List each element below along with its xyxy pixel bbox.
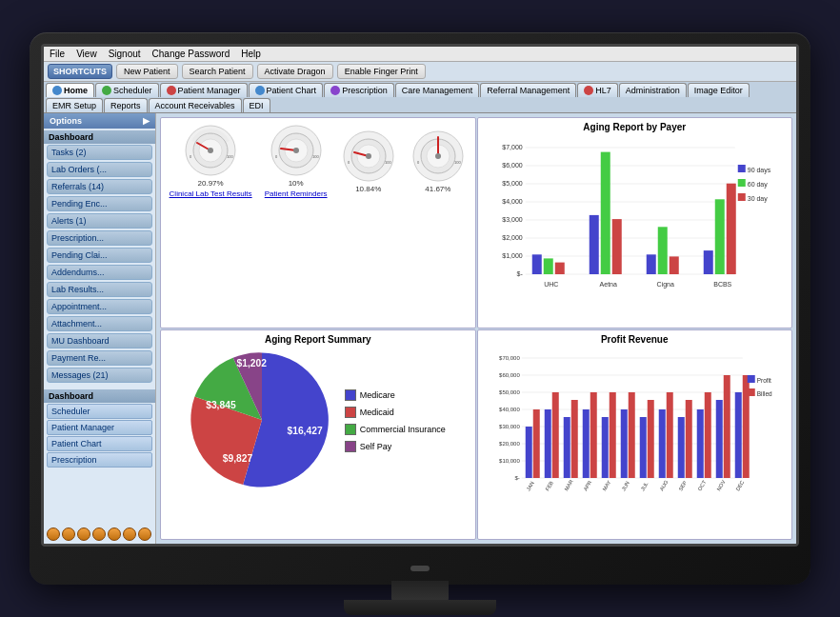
tab-care-management[interactable]: Care Management <box>395 83 480 97</box>
legend-color-commercial <box>345 424 356 435</box>
tab-emr-setup[interactable]: EMR Setup <box>46 98 103 112</box>
svg-text:$1,202: $1,202 <box>236 358 267 368</box>
svg-text:Aetna: Aetna <box>599 281 616 288</box>
tab-administration[interactable]: Administration <box>619 83 687 97</box>
svg-text:$6,000: $6,000 <box>502 162 523 169</box>
tab-edi[interactable]: EDI <box>243 98 270 112</box>
menu-signout[interactable]: Signout <box>109 49 141 59</box>
svg-text:$5,000: $5,000 <box>502 180 523 187</box>
sidebar-item-prescription[interactable]: Prescription... <box>47 230 152 246</box>
svg-rect-106 <box>715 400 722 478</box>
svg-rect-50 <box>646 254 655 274</box>
sidebar-footer-btn-2[interactable] <box>62 527 75 541</box>
gauge-1-label[interactable]: Clinical Lab Test Results <box>170 189 252 198</box>
sidebar-item-alerts[interactable]: Alerts (1) <box>47 213 152 229</box>
enable-finger-print-button[interactable]: Enable Finger Print <box>337 64 426 79</box>
sidebar-item-mu-dashboard[interactable]: MU Dashboard <box>47 333 152 348</box>
profit-revenue-panel: Profit Revenue $70,000 $60,000 $50,000 $… <box>477 329 793 541</box>
svg-rect-86 <box>525 427 531 478</box>
menu-change-password[interactable]: Change Password <box>152 49 230 59</box>
gauge-3-pct: 10.84% <box>355 185 381 193</box>
sidebar-item-tasks[interactable]: Tasks (2) <box>47 145 152 160</box>
tab-prescription[interactable]: Prescription <box>324 83 394 97</box>
sidebar-item-referrals[interactable]: Referrals (14) <box>47 179 152 194</box>
sidebar-footer-btn-5[interactable] <box>108 527 121 541</box>
sidebar-item-lab-orders[interactable]: Lab Orders (... <box>47 162 152 177</box>
sidebar-item-pending-claims[interactable]: Pending Clai... <box>47 248 152 263</box>
svg-text:$30,000: $30,000 <box>499 424 520 429</box>
svg-text:$1,000: $1,000 <box>502 252 523 259</box>
svg-text:MAR: MAR <box>563 478 573 491</box>
sidebar-item-addendums[interactable]: Addendums... <box>47 265 152 280</box>
menu-file[interactable]: File <box>50 49 65 59</box>
tab-patient-manager[interactable]: Patient Manager <box>160 83 248 97</box>
svg-rect-108 <box>734 392 741 478</box>
gauges-panel: 0 100 20.97% Clinical Lab Test Results <box>160 117 476 328</box>
tab-referral-management[interactable]: Referral Management <box>480 83 576 97</box>
sidebar-nav-patient-manager[interactable]: Patient Manager <box>47 420 152 435</box>
tab-scheduler[interactable]: Scheduler <box>95 83 159 97</box>
svg-text:BCBS: BCBS <box>713 281 731 288</box>
svg-text:$50,000: $50,000 <box>499 389 520 395</box>
tab-reports[interactable]: Reports <box>104 98 148 112</box>
svg-rect-49 <box>611 219 621 274</box>
svg-text:MAY: MAY <box>601 479 611 491</box>
svg-text:$7,000: $7,000 <box>502 144 523 150</box>
aging-by-payer-panel: Aging Report by Payer $7,000 $6,000 $5,0… <box>477 117 793 328</box>
svg-rect-87 <box>532 409 539 478</box>
new-patient-button[interactable]: New Patient <box>116 64 178 79</box>
svg-text:$20,000: $20,000 <box>499 441 520 447</box>
gauge-2-svg: 0 100 <box>268 122 325 179</box>
svg-rect-94 <box>601 417 608 478</box>
tab-hl7[interactable]: HL7 <box>577 83 618 97</box>
content-area: 0 100 20.97% Clinical Lab Test Results <box>156 113 796 544</box>
sidebar-item-lab-results[interactable]: Lab Results... <box>47 282 152 297</box>
activate-dragon-button[interactable]: Activate Dragon <box>257 64 333 79</box>
menu-help[interactable]: Help <box>241 49 261 59</box>
svg-rect-47 <box>589 215 598 274</box>
toolbar: SHORTCUTS New Patient Search Patient Act… <box>44 62 796 82</box>
sidebar-footer-btn-4[interactable] <box>92 527 106 541</box>
pie-legend: Medicare Medicaid Commercial Insurance <box>345 389 446 452</box>
sidebar-footer-btn-1[interactable] <box>47 527 60 541</box>
tab-account-receivables[interactable]: Account Receivables <box>149 98 242 112</box>
sidebar-item-pending-enc[interactable]: Pending Enc... <box>47 196 152 211</box>
sidebar-item-attachment[interactable]: Attachment... <box>47 316 152 331</box>
shortcuts-label: SHORTCUTS <box>48 64 112 79</box>
charts-grid: 0 100 20.97% Clinical Lab Test Results <box>156 113 796 544</box>
svg-rect-97 <box>628 392 634 478</box>
svg-text:$3,000: $3,000 <box>502 216 523 223</box>
gauge-2-label[interactable]: Patient Reminders <box>265 189 328 198</box>
svg-rect-46 <box>554 263 564 274</box>
sidebar-footer-btn-3[interactable] <box>77 527 90 541</box>
sidebar-nav-scheduler[interactable]: Scheduler <box>47 404 152 419</box>
svg-rect-55 <box>726 184 735 274</box>
main-content: Options ▶ Dashboard Tasks (2) Lab Orders… <box>44 113 796 544</box>
svg-text:FEB: FEB <box>544 479 554 491</box>
menu-view[interactable]: View <box>76 49 97 59</box>
svg-text:100: 100 <box>227 154 233 159</box>
sidebar-nav-prescription[interactable]: Prescription <box>47 452 152 468</box>
tab-home[interactable]: Home <box>46 83 94 97</box>
monitor: File View Signout Change Password Help S… <box>30 32 810 585</box>
svg-rect-105 <box>704 392 710 478</box>
sidebar-item-messages[interactable]: Messages (21) <box>47 368 152 383</box>
menubar: File View Signout Change Password Help <box>44 47 796 62</box>
tab-patient-chart[interactable]: Patient Chart <box>249 83 324 97</box>
svg-rect-91 <box>570 400 577 478</box>
profit-revenue-chart: $70,000 $60,000 $50,000 $40,000 $30,000 … <box>482 348 789 508</box>
sidebar-item-appointment[interactable]: Appointment... <box>47 299 152 314</box>
search-patient-button[interactable]: Search Patient <box>182 64 253 79</box>
tab-image-editor[interactable]: Image Editor <box>688 83 750 97</box>
sidebar-nav-patient-chart[interactable]: Patient Chart <box>47 436 152 451</box>
monitor-power-button[interactable] <box>410 566 430 571</box>
svg-text:$70,000: $70,000 <box>499 355 520 361</box>
sidebar-nav-items: Dashboard Scheduler Patient Manager Pati… <box>44 388 155 468</box>
gauge-4-svg: 0 100 <box>410 128 467 185</box>
svg-text:DEC: DEC <box>734 479 745 491</box>
sidebar-footer-btn-6[interactable] <box>123 527 136 541</box>
svg-rect-95 <box>609 392 615 478</box>
sidebar-item-payment-re[interactable]: Payment Re... <box>47 350 152 366</box>
legend-color-medicare <box>345 389 356 401</box>
sidebar-footer-btn-7[interactable] <box>138 527 151 541</box>
